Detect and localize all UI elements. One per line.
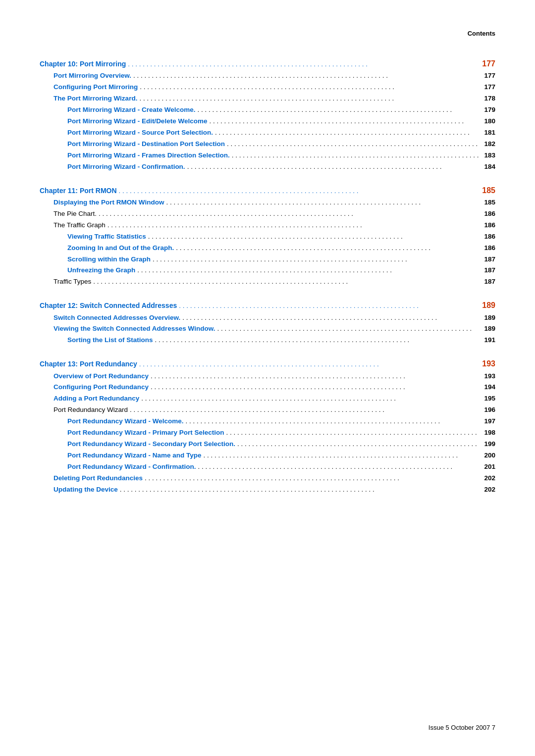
section-title: Port Mirroring Overview. <box>40 70 131 82</box>
section-page: 199 <box>481 439 495 450</box>
section-page: 197 <box>481 416 495 427</box>
section-page: 194 <box>481 382 495 393</box>
section-title: Port Mirroring Wizard - Edit/Delete Welc… <box>40 116 207 127</box>
section-title: Port Redundancy Wizard - Confirmation. <box>40 461 196 473</box>
section-title: Configuring Port Redundancy <box>40 382 149 393</box>
section-entry: Traffic Types . . . . . . . . . . . . . … <box>40 276 495 288</box>
section-page: 191 <box>481 335 495 346</box>
section-title: Port Mirroring Wizard - Source Port Sele… <box>40 127 213 139</box>
section-dots: . . . . . . . . . . . . . . . . . . . . … <box>93 276 479 288</box>
section-dots: . . . . . . . . . . . . . . . . . . . . … <box>107 220 479 231</box>
section-dots: . . . . . . . . . . . . . . . . . . . . … <box>137 265 479 276</box>
section-title: Adding a Port Redundancy <box>40 393 139 404</box>
section-dots: . . . . . . . . . . . . . . . . . . . . … <box>237 439 479 450</box>
chapter-title: Chapter 11: Port RMON <box>40 185 117 197</box>
section-page: 181 <box>481 127 495 139</box>
toc-container: Chapter 10: Port Mirroring . . . . . . .… <box>40 57 495 496</box>
chapter-title: Chapter 10: Port Mirroring <box>40 58 126 70</box>
section-title: Port Mirroring Wizard - Frames Direction… <box>40 150 230 161</box>
section-page: 189 <box>481 312 495 324</box>
chapter-page: 193 <box>481 357 495 370</box>
section-title: Port Redundancy Wizard - Primary Port Se… <box>40 427 224 439</box>
section-dots: . . . . . . . . . . . . . . . . . . . . … <box>198 461 479 473</box>
section-title: Deleting Port Redundancies <box>40 473 143 484</box>
section-title: Zooming In and Out of the Graph. <box>40 243 174 254</box>
section-title: Port Redundancy Wizard - Name and Type <box>40 450 201 461</box>
section-entry: Port Mirroring Overview. . . . . . . . .… <box>40 70 495 82</box>
chapter-dots: . . . . . . . . . . . . . . . . . . . . … <box>128 59 479 70</box>
section-dots: . . . . . . . . . . . . . . . . . . . . … <box>130 404 479 416</box>
section-page: 202 <box>481 473 495 484</box>
section-dots: . . . . . . . . . . . . . . . . . . . . … <box>232 150 479 161</box>
section-title: Port Mirroring Wizard - Destination Port… <box>40 139 225 150</box>
section-dots: . . . . . . . . . . . . . . . . . . . . … <box>151 382 479 393</box>
section-entry: Overview of Port Redundancy . . . . . . … <box>40 371 495 382</box>
section-title: Updating the Device <box>40 484 118 496</box>
section-title: Port Redundancy Wizard - Welcome. <box>40 416 183 427</box>
section-entry: The Pie Chart. . . . . . . . . . . . . .… <box>40 208 495 220</box>
section-entry: Port Redundancy Wizard - Welcome. . . . … <box>40 416 495 427</box>
section-dots: . . . . . . . . . . . . . . . . . . . . … <box>148 231 479 243</box>
section-page: 186 <box>481 220 495 231</box>
section-dots: . . . . . . . . . . . . . . . . . . . . … <box>226 427 479 439</box>
section-page: 187 <box>481 265 495 276</box>
section-dots: . . . . . . . . . . . . . . . . . . . . … <box>133 70 479 82</box>
section-page: 186 <box>481 208 495 220</box>
section-page: 200 <box>481 450 495 461</box>
section-title: Port Redundancy Wizard <box>40 404 128 416</box>
section-page: 198 <box>481 427 495 439</box>
section-entry: Updating the Device . . . . . . . . . . … <box>40 484 495 496</box>
chapter-page: 189 <box>481 299 495 312</box>
section-page: 178 <box>481 93 495 104</box>
section-page: 182 <box>481 139 495 150</box>
section-title: Unfreezing the Graph <box>40 265 135 276</box>
section-dots: . . . . . . . . . . . . . . . . . . . . … <box>166 197 479 208</box>
section-entry: Scrolling within the Graph . . . . . . .… <box>40 254 495 265</box>
section-entry: The Port Mirroring Wizard. . . . . . . .… <box>40 93 495 104</box>
section-entry: Port Mirroring Wizard - Create Welcome. … <box>40 104 495 116</box>
section-page: 201 <box>481 461 495 473</box>
section-dots: . . . . . . . . . . . . . . . . . . . . … <box>182 312 479 324</box>
page-header: Contents <box>40 30 495 37</box>
header-label: Contents <box>468 30 495 37</box>
section-dots: . . . . . . . . . . . . . . . . . . . . … <box>155 335 479 346</box>
section-title: Traffic Types <box>40 276 91 288</box>
section-dots: . . . . . . . . . . . . . . . . . . . . … <box>209 116 479 127</box>
section-entry: Port Mirroring Wizard - Destination Port… <box>40 139 495 150</box>
section-dots: . . . . . . . . . . . . . . . . . . . . … <box>139 93 479 104</box>
section-entry: Zooming In and Out of the Graph. . . . .… <box>40 243 495 254</box>
section-dots: . . . . . . . . . . . . . . . . . . . . … <box>203 450 479 461</box>
section-title: Switch Connected Addresses Overview. <box>40 312 180 324</box>
section-page: 185 <box>481 197 495 208</box>
chapter-entry: Chapter 10: Port Mirroring . . . . . . .… <box>40 57 495 70</box>
section-title: Displaying the Port RMON Window <box>40 197 164 208</box>
section-entry: Port Mirroring Wizard - Frames Direction… <box>40 150 495 161</box>
section-page: 196 <box>481 404 495 416</box>
section-title: Port Mirroring Wizard - Create Welcome. <box>40 104 195 116</box>
section-page: 187 <box>481 254 495 265</box>
section-page: 184 <box>481 161 495 173</box>
section-page: 202 <box>481 484 495 496</box>
chapter-title: Chapter 12: Switch Connected Addresses <box>40 300 177 312</box>
section-dots: . . . . . . . . . . . . . . . . . . . . … <box>140 82 479 93</box>
section-page: 186 <box>481 231 495 243</box>
chapter-page: 185 <box>481 184 495 197</box>
section-page: 195 <box>481 393 495 404</box>
section-dots: . . . . . . . . . . . . . . . . . . . . … <box>215 127 479 139</box>
section-dots: . . . . . . . . . . . . . . . . . . . . … <box>185 416 479 427</box>
section-entry: Viewing the Switch Connected Addresses W… <box>40 323 495 335</box>
section-title: Port Mirroring Wizard - Confirmation. <box>40 161 185 173</box>
section-page: 177 <box>481 82 495 93</box>
section-entry: Configuring Port Redundancy . . . . . . … <box>40 382 495 393</box>
section-entry: Port Redundancy Wizard - Confirmation. .… <box>40 461 495 473</box>
section-entry: Port Redundancy Wizard - Secondary Port … <box>40 439 495 450</box>
chapter-dots: . . . . . . . . . . . . . . . . . . . . … <box>119 186 479 197</box>
section-entry: Unfreezing the Graph . . . . . . . . . .… <box>40 265 495 276</box>
section-page: 193 <box>481 371 495 382</box>
footer-text: Issue 5 October 2007 7 <box>428 724 495 731</box>
section-dots: . . . . . . . . . . . . . . . . . . . . … <box>141 393 479 404</box>
section-page: 177 <box>481 70 495 82</box>
section-entry: Switch Connected Addresses Overview. . .… <box>40 312 495 324</box>
chapter-dots: . . . . . . . . . . . . . . . . . . . . … <box>179 301 479 312</box>
section-title: Configuring Port Mirroring <box>40 82 138 93</box>
